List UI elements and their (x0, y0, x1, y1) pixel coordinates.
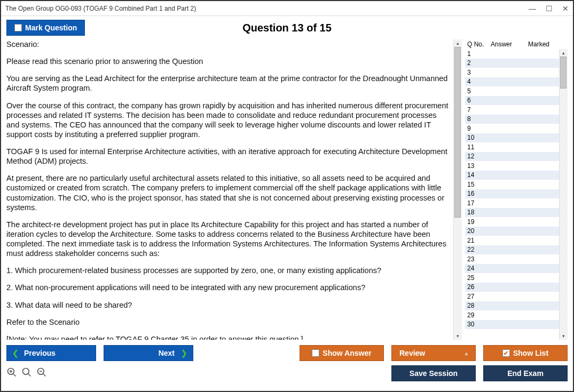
show-answer-button[interactable]: Show Answer (300, 345, 384, 361)
save-session-label: Save Session (410, 369, 458, 378)
col-qno: Q No. (465, 41, 491, 48)
question-number: 26 (465, 283, 486, 291)
content-row: Scenario: Please read this scenario prio… (1, 39, 573, 342)
question-list-body: 1234567891011121314151617181920212223242… (465, 49, 559, 340)
scenario-para: 2. What non-procurement applications wil… (6, 283, 451, 292)
question-list-row[interactable]: 19 (465, 217, 559, 227)
question-list-row[interactable]: 8 (465, 115, 559, 124)
question-list-row[interactable]: 7 (465, 105, 559, 115)
question-list-row[interactable]: 18 (465, 208, 559, 218)
question-list-row[interactable]: 29 (465, 310, 559, 320)
question-number: 28 (465, 302, 486, 309)
question-list-row[interactable]: 13 (465, 161, 559, 171)
question-number: 7 (465, 106, 486, 114)
question-number: 20 (465, 227, 486, 235)
question-list-body-wrap: 1234567891011121314151617181920212223242… (465, 49, 568, 340)
question-list-row[interactable]: 6 (465, 96, 559, 106)
question-number: 5 (465, 87, 486, 95)
scroll-up-icon[interactable]: ▴ (457, 41, 459, 46)
qlist-scrollbar[interactable]: ▴ ▾ (559, 49, 568, 340)
scrollbar-thumb[interactable] (560, 57, 567, 89)
question-list-row[interactable]: 12 (465, 152, 559, 162)
question-list-row[interactable]: 5 (465, 86, 559, 96)
chevron-right-icon: ❯ (181, 349, 187, 357)
question-list-row[interactable]: 1 (465, 49, 559, 59)
scenario-para: The architect-re development project has… (6, 220, 451, 259)
window-title: The Open Group OG0-093 (TOGAF 9 Combined… (5, 5, 196, 12)
question-number: 13 (465, 162, 486, 170)
show-list-button[interactable]: ✔ Show List (483, 345, 568, 361)
zoom-out-icon[interactable] (36, 367, 47, 380)
question-list-row[interactable]: 30 (465, 320, 559, 330)
scrollbar-thumb[interactable] (454, 47, 461, 218)
question-list-row[interactable]: 14 (465, 171, 559, 180)
scroll-down-icon[interactable]: ▾ (562, 333, 565, 339)
question-number: 29 (465, 311, 486, 319)
col-marked: Marked (528, 41, 568, 48)
mark-question-button[interactable]: Mark Question (6, 20, 85, 36)
question-list-row[interactable]: 17 (465, 198, 559, 208)
save-session-button[interactable]: Save Session (391, 365, 476, 381)
col-answer: Answer (491, 41, 528, 48)
question-number: 25 (465, 274, 486, 282)
checkbox-checked-icon: ✔ (502, 349, 510, 357)
question-number: 23 (465, 255, 486, 263)
question-number: 19 (465, 218, 486, 226)
question-list-row[interactable]: 2 (465, 59, 559, 68)
maximize-icon[interactable]: ☐ (546, 4, 553, 13)
previous-label: Previous (22, 349, 88, 357)
svg-point-4 (23, 368, 29, 374)
scenario-para: [Note: You may need to refer to TOGAF 9 … (6, 334, 451, 340)
scenario-pane: Scenario: Please read this scenario prio… (6, 39, 462, 340)
question-number: 15 (465, 181, 486, 188)
close-icon[interactable]: ✕ (562, 4, 569, 13)
scenario-scrollbar[interactable]: ▴ ▾ (453, 39, 462, 340)
zoom-reset-icon[interactable] (21, 367, 32, 380)
end-exam-button[interactable]: End Exam (483, 365, 568, 381)
question-list-row[interactable]: 16 (465, 189, 559, 199)
question-list-row[interactable]: 11 (465, 142, 559, 152)
question-list-row[interactable]: 26 (465, 283, 559, 292)
question-number: 30 (465, 321, 486, 328)
question-number: 10 (465, 134, 486, 141)
question-list-row[interactable]: 23 (465, 254, 559, 264)
question-number: 6 (465, 97, 486, 104)
question-list-row[interactable]: 4 (465, 77, 559, 87)
question-list-row[interactable]: 22 (465, 245, 559, 255)
question-list-row[interactable]: 9 (465, 124, 559, 133)
scroll-up-icon[interactable]: ▴ (562, 50, 565, 55)
question-list-row[interactable]: 27 (465, 292, 559, 301)
end-exam-label: End Exam (507, 369, 544, 378)
chevron-down-icon: ▵ (465, 350, 468, 356)
scenario-para: Refer to the Scenario (6, 317, 451, 327)
show-list-label: Show List (513, 349, 548, 357)
scroll-down-icon[interactable]: ▾ (457, 333, 459, 339)
window-controls: — ☐ ✕ (529, 4, 569, 13)
question-number: 9 (465, 125, 486, 132)
question-list-row[interactable]: 25 (465, 273, 559, 283)
question-list-row[interactable]: 24 (465, 264, 559, 274)
review-label: Review (399, 349, 425, 357)
question-list-row[interactable]: 10 (465, 133, 559, 143)
next-button[interactable]: Next ❯ (104, 345, 193, 361)
zoom-controls (6, 367, 47, 380)
question-list-row[interactable]: 28 (465, 301, 559, 311)
question-list-row[interactable]: 20 (465, 227, 559, 236)
app-window: The Open Group OG0-093 (TOGAF 9 Combined… (0, 0, 574, 392)
question-number: 8 (465, 115, 486, 123)
review-dropdown[interactable]: Review ▵ (391, 345, 476, 361)
zoom-in-icon[interactable] (6, 367, 17, 380)
scenario-para: TOGAF 9 Is used for internal Enterprise … (6, 147, 451, 166)
question-number: 21 (465, 237, 486, 244)
question-number: 4 (465, 78, 486, 85)
previous-button[interactable]: ❮ Previous (6, 345, 96, 361)
mark-question-label: Mark Question (25, 23, 77, 32)
question-list-row[interactable]: 15 (465, 180, 559, 189)
footer-row-1: ❮ Previous Next ❯ Show Answer Review ▵ ✔… (6, 345, 568, 361)
minimize-icon[interactable]: — (529, 4, 536, 13)
scenario-para: Over the course of this contract, the co… (6, 101, 451, 140)
checkbox-icon (14, 24, 22, 31)
scenario-para: Scenario: (6, 39, 451, 49)
question-list-row[interactable]: 3 (465, 68, 559, 77)
question-list-row[interactable]: 21 (465, 236, 559, 245)
